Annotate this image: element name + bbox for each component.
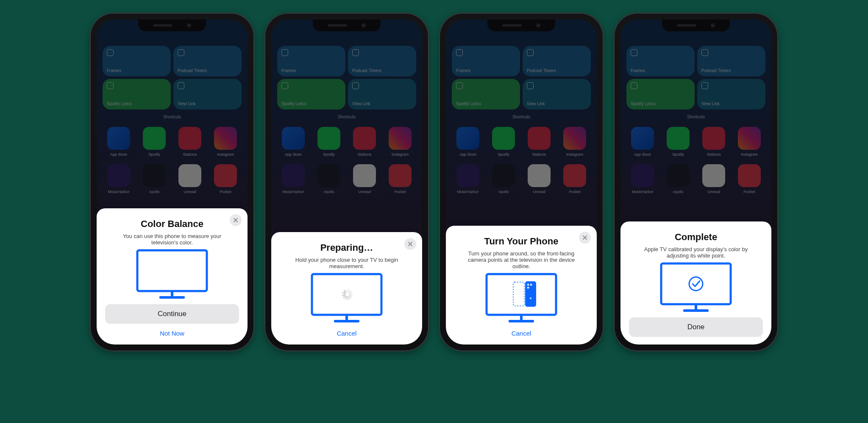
tv-icon (311, 273, 383, 324)
svg-rect-7 (520, 315, 523, 320)
cancel-link[interactable]: Cancel (454, 330, 588, 337)
sheet-title: Turn Your Phone (454, 236, 588, 247)
svg-point-18 (689, 277, 703, 291)
sheet-description: Turn your phone around, so the front-fac… (465, 250, 578, 269)
sheet-complete: Complete Apple TV calibrated your displa… (620, 221, 771, 345)
phone-complete: Frames Podcast Timers Spotify Lyrics Vie… (614, 13, 778, 351)
close-button[interactable] (579, 232, 591, 244)
svg-point-11 (527, 284, 529, 286)
sheet-title: Preparing… (280, 242, 414, 253)
svg-rect-1 (171, 291, 173, 296)
svg-rect-0 (137, 250, 207, 291)
cancel-link[interactable]: Cancel (280, 330, 414, 337)
sheet-description: You can use this phone to measure your t… (115, 233, 229, 246)
svg-rect-5 (334, 320, 359, 322)
sheet-illustration (454, 273, 588, 324)
notch (662, 20, 730, 31)
svg-rect-17 (683, 309, 709, 312)
done-button[interactable]: Done (629, 317, 763, 337)
close-icon (582, 235, 587, 240)
spinner-icon (339, 287, 354, 302)
close-button[interactable] (404, 238, 416, 250)
svg-rect-2 (159, 296, 185, 299)
sheet-preparing: Preparing… Hold your phone close to your… (271, 232, 422, 345)
sheet-color-balance: Color Balance You can use this phone to … (97, 208, 248, 345)
sheet-title: Complete (629, 232, 763, 243)
sheet-title: Color Balance (105, 219, 239, 230)
svg-rect-15 (661, 263, 731, 304)
tv-icon (136, 249, 208, 300)
phone-turn-phone: Frames Podcast Timers Spotify Lyrics Vie… (439, 13, 604, 351)
svg-rect-9 (513, 282, 524, 306)
sheet-illustration (280, 273, 414, 324)
svg-point-12 (530, 284, 532, 286)
svg-point-14 (530, 297, 531, 299)
notch (487, 20, 555, 31)
close-button[interactable] (230, 214, 242, 226)
sheet-description: Hold your phone close to your TV to begi… (290, 257, 403, 269)
phone-preparing: Frames Podcast Timers Spotify Lyrics Vie… (264, 13, 429, 351)
svg-rect-6 (487, 274, 556, 315)
phone-color-balance: Frames Podcast Timers Spotify Lyrics Vie… (90, 13, 254, 351)
sheet-description: Apple TV calibrated your display's color… (639, 246, 753, 259)
svg-rect-16 (695, 304, 697, 309)
tv-icon (660, 262, 732, 313)
svg-point-13 (527, 287, 529, 289)
tv-icon (485, 273, 557, 324)
svg-rect-8 (509, 320, 534, 322)
continue-button[interactable]: Continue (105, 304, 239, 324)
notch (138, 20, 206, 31)
svg-rect-4 (345, 315, 348, 320)
not now-link[interactable]: Not Now (105, 330, 239, 337)
sheet-illustration (105, 249, 239, 300)
close-icon (408, 241, 413, 247)
close-icon (233, 218, 238, 223)
notch (313, 20, 381, 31)
sheet-illustration (629, 262, 763, 313)
sheet-turn-phone: Turn Your Phone Turn your phone around, … (446, 226, 597, 345)
